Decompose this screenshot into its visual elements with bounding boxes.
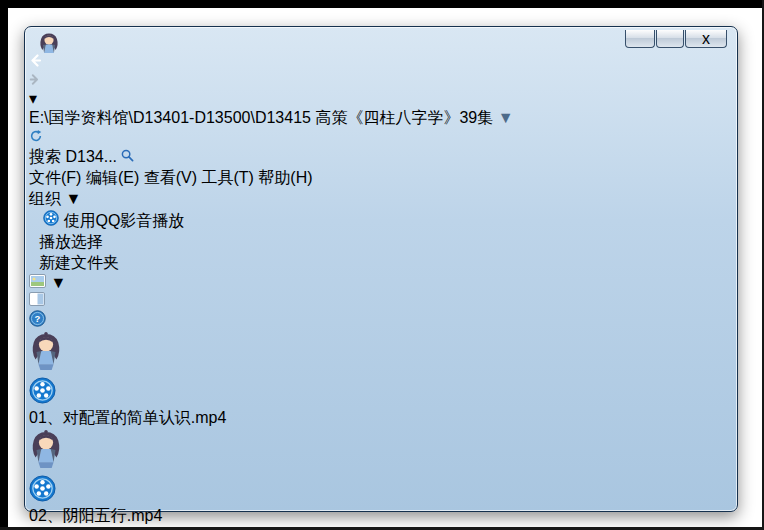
address-path-selected: 高策《四柱八字学》39集 [315,109,493,126]
views-icon [29,274,46,288]
file-grid: 01、对配置的简单认识.mp4 [29,331,733,530]
girl-character-icon [29,331,63,373]
new-folder-button[interactable]: 新建文件夹 [39,253,733,274]
qq-player-badge-icon [29,475,56,502]
organize-label: 组织 [29,190,61,207]
navigation-bar: ▾ E:\国学资料馆\D13401-D13500\D13415 高策《四柱八字学… [29,53,733,168]
file-name: 01、对配置的简单认识.mp4 [29,408,733,429]
refresh-icon [29,129,43,143]
qq-play-button[interactable]: 使用QQ影音播放 [43,210,733,232]
history-dropdown-icon[interactable]: ▾ [29,90,37,107]
file-name: 02、阴阳五行.mp4 [29,506,733,527]
preview-pane-button[interactable] [29,292,733,310]
qq-play-label: 使用QQ影音播放 [63,212,184,229]
menu-bar: 文件(F) 编辑(E) 查看(V) 工具(T) 帮助(H) [29,168,733,189]
menu-edit[interactable]: 编辑(E) [86,169,139,186]
close-button[interactable]: x [685,30,727,48]
menu-tools[interactable]: 工具(T) [201,169,253,186]
views-dropdown-icon: ▼ [50,274,66,291]
window-controls: x [625,30,727,48]
organize-button[interactable]: 组织 ▼ [29,189,733,210]
file-item[interactable]: 01、对配置的简单认识.mp4 [29,331,733,429]
search-input[interactable]: 搜索 D134... [29,147,733,168]
preview-pane-icon [29,292,45,306]
close-icon: x [702,30,710,48]
change-view-button[interactable]: ▼ [29,274,733,292]
refresh-button[interactable] [29,129,733,147]
forward-button[interactable] [29,71,733,89]
address-bar[interactable]: E:\国学资料馆\D13401-D13500\D13415 高策《四柱八字学》3… [29,108,733,129]
maximize-button[interactable] [656,30,684,48]
toolbar-right-group: ▼ ? [29,274,733,331]
qq-player-icon [43,210,59,226]
screenshot-frame-top [0,0,764,8]
screenshot-frame-left [0,0,8,530]
organize-dropdown-icon: ▼ [65,190,81,207]
help-icon: ? [29,310,46,327]
menu-view[interactable]: 查看(V) [144,169,197,186]
svg-text:?: ? [35,313,41,324]
video-thumbnail [29,429,733,506]
help-button[interactable]: ? [29,310,733,331]
qq-player-badge-icon [29,377,56,404]
new-folder-label: 新建文件夹 [39,254,119,271]
window-body: ▾ E:\国学资料馆\D13401-D13500\D13415 高策《四柱八字学… [29,53,733,530]
play-select-button[interactable]: 播放选择 [39,232,733,253]
thumbnail-preview [29,429,733,475]
video-thumbnail [29,331,733,408]
menu-file[interactable]: 文件(F) [29,169,81,186]
address-bar-group: E:\国学资料馆\D13401-D13500\D13415 高策《四柱八字学》3… [29,108,733,147]
titlebar: x [29,31,733,53]
play-select-label: 播放选择 [39,233,103,250]
search-icon[interactable] [121,149,134,162]
command-toolbar: 组织 ▼ 使用QQ影音播放 播放选择 新建文件夹 [29,189,733,331]
address-path: E:\国学资料馆\D13401-D13500\D13415 高策《四柱八字学》3… [29,109,493,126]
back-button[interactable] [29,53,733,71]
menu-help[interactable]: 帮助(H) [258,169,312,186]
girl-character-icon [29,429,63,471]
explorer-window: x ▾ E:\国学资料馆\D13401-D13500\D13415 高策《四柱八… [24,26,738,512]
girl-thumbnail-icon [38,31,60,59]
file-list-area: 01、对配置的简单认识.mp4 [29,331,733,530]
file-item[interactable]: 02、阴阳五行.mp4 [29,429,733,527]
search-placeholder: 搜索 D134... [29,148,117,165]
address-dropdown-icon[interactable]: ▼ [498,109,514,126]
minimize-button[interactable] [625,30,655,48]
forward-arrow-icon [29,74,40,85]
thumbnail-preview [29,331,733,377]
address-path-prefix: E:\国学资料馆\D13401-D13500\D13415 [29,109,315,126]
